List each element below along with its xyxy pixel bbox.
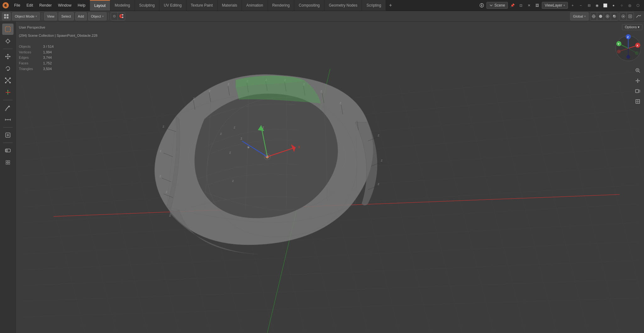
svg-line-69 <box>22 260 638 286</box>
shading-material-icon[interactable]: ○ <box>618 2 625 9</box>
svg-line-113 <box>167 128 176 132</box>
select-btn[interactable]: Select <box>58 12 74 20</box>
svg-text:Z: Z <box>241 137 242 140</box>
viewport[interactable]: Z Z Z Z Z Z Z Z Z Z Z Z Z Z Z Z Z Z Z Z <box>16 22 644 333</box>
close-icon[interactable]: ✕ <box>525 2 532 9</box>
snap-icon[interactable]: 🧲 <box>118 13 125 20</box>
mask-tool[interactable] <box>2 145 14 156</box>
svg-line-118 <box>371 162 380 166</box>
top-right-controls: Scene 📌 ⊡ ✕ 🖼 ViewLayer ▾ + − ⊟ ◉ ⬜ ● ○ … <box>478 0 644 11</box>
svg-marker-143 <box>291 144 296 152</box>
orthographic-view-btn[interactable] <box>633 97 642 106</box>
workspace-tabs: Layout Modeling Sculpting UV Editing Tex… <box>90 0 395 11</box>
add-mesh-tool[interactable] <box>2 129 14 141</box>
overlay-toggle-btn[interactable] <box>620 13 627 20</box>
tab-compositing[interactable]: Compositing <box>294 0 324 11</box>
xray-toggle-btn[interactable] <box>627 13 634 20</box>
tab-geometry-nodes[interactable]: Geometry Nodes <box>325 0 362 11</box>
screen-icon[interactable]: ⊡ <box>517 2 524 9</box>
proportional-edit-icon[interactable]: ⊙ <box>111 13 118 20</box>
solid-shading-btn[interactable] <box>597 13 604 20</box>
object-mode-selector[interactable]: Object Mode ▾ <box>12 12 40 20</box>
svg-line-97 <box>557 85 619 333</box>
svg-line-107 <box>266 81 267 91</box>
transform-tool[interactable] <box>2 87 14 98</box>
svg-line-89 <box>305 85 368 333</box>
pan-btn[interactable] <box>633 76 642 85</box>
tab-scripting[interactable]: Scripting <box>362 0 386 11</box>
edit-menu[interactable]: Edit <box>23 0 36 11</box>
tab-animation[interactable]: Animation <box>242 0 267 11</box>
material-shading-btn[interactable] <box>604 13 611 20</box>
editor-type-btn[interactable] <box>2 12 11 20</box>
shading-solid-icon[interactable]: ● <box>610 2 617 9</box>
lattice-tool[interactable] <box>2 157 14 168</box>
svg-rect-61 <box>6 161 8 162</box>
left-sep-3 <box>3 127 13 128</box>
remove-view-layer-icon[interactable]: − <box>577 2 584 9</box>
cursor-tool[interactable] <box>2 35 14 47</box>
tab-layout[interactable]: Layout <box>90 0 110 11</box>
window-menu[interactable]: Window <box>55 0 75 11</box>
move-tool[interactable] <box>2 51 14 62</box>
select-box-tool[interactable] <box>2 24 14 35</box>
svg-text:Z: Z <box>232 179 234 183</box>
view-layer-selector[interactable]: ViewLayer ▾ <box>542 2 568 9</box>
svg-text:Z: Z <box>320 90 322 93</box>
pin-icon[interactable]: 📌 <box>509 2 516 9</box>
svg-line-93 <box>431 85 494 333</box>
tab-sculpting[interactable]: Sculpting <box>135 0 159 11</box>
rotate-tool[interactable] <box>2 63 14 74</box>
add-view-layer-icon[interactable]: + <box>569 2 576 9</box>
curve-icon[interactable] <box>635 13 642 20</box>
add-workspace-btn[interactable]: + <box>386 0 395 11</box>
svg-point-152 <box>267 156 268 157</box>
scene-selector[interactable]: Scene <box>486 2 508 9</box>
svg-point-15 <box>599 15 602 18</box>
options-button[interactable]: Options ▾ <box>622 24 642 30</box>
svg-line-87 <box>242 85 305 333</box>
blender-logo[interactable] <box>0 0 11 11</box>
camera-view-btn[interactable] <box>633 86 642 96</box>
svg-point-165 <box>635 51 639 55</box>
svg-line-114 <box>164 153 173 157</box>
snap-group: ⊙ 🧲 <box>111 12 125 20</box>
tab-uv-editing[interactable]: UV Editing <box>159 0 186 11</box>
overlay-icon[interactable]: ◉ <box>594 2 601 9</box>
svg-text:Z: Z <box>209 90 211 93</box>
help-menu[interactable]: Help <box>75 0 89 11</box>
add-btn[interactable]: Add <box>75 12 87 20</box>
wireframe-shading-btn[interactable] <box>590 13 597 20</box>
tab-rendering[interactable]: Rendering <box>268 0 294 11</box>
scale-tool[interactable] <box>2 75 14 86</box>
transform-orientation-selector[interactable]: Global ▾ <box>570 12 589 20</box>
zoom-in-btn[interactable] <box>633 66 642 75</box>
view-btn[interactable]: View <box>44 12 57 20</box>
nav-gizmo[interactable]: X Y Z <box>614 34 642 63</box>
render-type-icon[interactable]: 🖼 <box>534 2 541 9</box>
display-mode-icon[interactable]: ⊟ <box>586 2 592 9</box>
svg-rect-8 <box>4 14 6 16</box>
annotate-tool[interactable] <box>2 102 14 113</box>
svg-rect-63 <box>6 163 8 164</box>
svg-marker-47 <box>7 90 8 91</box>
left-sep-4 <box>3 143 13 143</box>
object-btn[interactable]: Object ▾ <box>88 12 107 20</box>
measure-tool[interactable] <box>2 114 14 125</box>
file-menu[interactable]: File <box>11 0 23 11</box>
svg-rect-11 <box>7 17 8 19</box>
svg-point-160 <box>617 50 621 53</box>
xray-icon[interactable]: ⬜ <box>602 2 609 9</box>
tab-materials[interactable]: Materials <box>218 0 242 11</box>
engine-icon[interactable] <box>478 2 485 9</box>
vertices-value: 1,994 <box>43 50 52 55</box>
shading-wire-icon[interactable]: ⬡ <box>635 2 641 9</box>
tab-texture-paint[interactable]: Texture Paint <box>186 0 217 11</box>
tab-modeling[interactable]: Modeling <box>110 0 135 11</box>
rendered-shading-btn[interactable] <box>611 13 618 20</box>
svg-text:Z: Z <box>234 126 236 129</box>
svg-text:Z: Z <box>284 79 286 82</box>
shading-rendered-icon[interactable]: ◎ <box>626 2 633 9</box>
render-menu[interactable]: Render <box>36 0 55 11</box>
scene-collection-info: (294) Scene Collection | SpawnPoint_Obst… <box>19 33 97 39</box>
